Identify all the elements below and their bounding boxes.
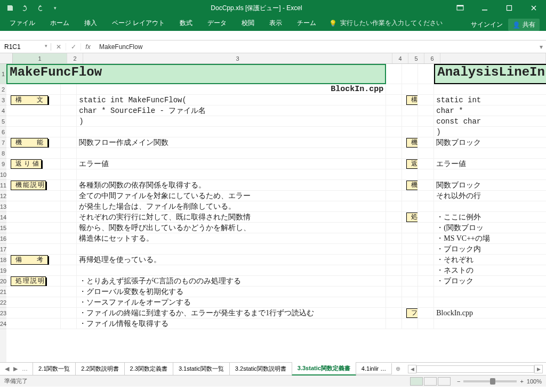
col-header-1[interactable]: 1 [13, 53, 67, 63]
row-header[interactable]: 22 [0, 297, 6, 308]
function-text-r[interactable]: 関数ブロック [434, 137, 546, 148]
syntax-line[interactable]: ) [77, 116, 386, 126]
proc-line-r[interactable]: ・それぞれ [434, 255, 546, 265]
hscroll-track[interactable] [416, 365, 534, 373]
row-header[interactable]: 19 [0, 265, 6, 276]
descfunc-line[interactable]: それぞれの実行行に対して、既に取得された関数情 [77, 212, 386, 222]
proc-line-r[interactable]: ・ブロック内 [434, 244, 546, 254]
maximize-icon[interactable] [497, 0, 521, 16]
new-sheet-icon[interactable]: ⊕ [391, 365, 405, 372]
ribbon-tab-review[interactable]: 校閲 [234, 15, 262, 31]
tab-nav-first-icon[interactable]: ◀ [3, 365, 11, 372]
func-title-right[interactable]: AnalysisLineIn [434, 64, 546, 84]
ribbon-tab-file[interactable]: ファイル [2, 15, 43, 31]
row-header[interactable]: 5 [0, 116, 6, 127]
undo-icon[interactable] [18, 2, 32, 14]
sheet-tab-active[interactable]: 3.3static関数定義書 [292, 362, 356, 375]
col-header-2[interactable]: 2 [67, 53, 83, 63]
row-header[interactable]: 4 [0, 105, 6, 116]
col-header-6[interactable]: 6 [424, 53, 440, 63]
descfunc-line[interactable]: 各種類の関数の依存関係を取得する。 [77, 180, 386, 190]
name-box[interactable]: R1C1 [0, 43, 51, 51]
row-header[interactable]: 12 [0, 191, 6, 201]
zoom-slider[interactable] [463, 380, 517, 382]
descfunc-line[interactable]: 構造体にセットする。 [77, 233, 386, 243]
row-header[interactable]: 10 [0, 169, 6, 180]
row-header[interactable]: 15 [0, 223, 6, 233]
descfunc-line-r[interactable]: それ以外の行 [434, 191, 546, 201]
row-header[interactable]: 21 [0, 287, 6, 297]
col-header-5[interactable]: 5 [408, 53, 424, 63]
proc-line-r[interactable]: ・(関数ブロッ [434, 223, 546, 233]
row-header[interactable]: 17 [0, 244, 6, 255]
ribbon-tab-data[interactable]: データ [200, 15, 234, 31]
proc-line[interactable]: ・ファイル情報を取得する [77, 318, 386, 329]
col-header-3[interactable]: 3 [83, 53, 392, 63]
fx-icon[interactable]: fx [81, 43, 95, 51]
select-all-corner[interactable] [0, 53, 13, 63]
ribbon-tab-view[interactable]: 表示 [262, 15, 290, 31]
hscroll-left-icon[interactable]: ◀ [408, 365, 416, 373]
row-header[interactable]: 16 [0, 233, 6, 244]
ribbon-tab-home[interactable]: ホーム [43, 15, 77, 31]
cancel-formula-icon[interactable]: ✕ [51, 43, 66, 51]
descfunc-line[interactable]: 全ての中間ファイルを対象にしているため、エラー [77, 191, 386, 201]
sheet-tab[interactable]: 4.1inlir … [356, 363, 392, 374]
qat-customize-icon[interactable]: ▾ [48, 2, 62, 14]
ribbon-tab-team[interactable]: チーム [290, 15, 324, 31]
close-icon[interactable] [521, 0, 546, 16]
save-icon[interactable] [3, 2, 17, 14]
share-button[interactable]: 👤 共有 [508, 19, 540, 31]
tellme-search[interactable]: 💡 実行したい作業を入力してください [324, 15, 448, 31]
row-header[interactable]: 3 [0, 95, 6, 105]
redo-icon[interactable] [33, 2, 47, 14]
func-title-left[interactable]: MakeFuncFlow [6, 64, 386, 84]
sheet-tab[interactable]: 2.1関数一覧 [33, 363, 76, 375]
tab-nav-more[interactable]: … [20, 365, 29, 372]
retval-text-r[interactable]: エラー値 [434, 159, 546, 169]
syntax-line[interactable]: static int MakeFuncFlow( [77, 95, 386, 105]
proc-line-r[interactable]: ・ここに例外 [434, 212, 546, 222]
worksheet-grid[interactable]: 1 2 3 4 5 6 7 8 9 10 11 12 13 14 15 16 1… [0, 64, 546, 362]
proc-line[interactable]: ・ソースファイルをオープンする [77, 297, 386, 307]
row-header[interactable]: 7 [0, 137, 6, 148]
ribbon-tab-pagelayout[interactable]: ページ レイアウト [105, 15, 172, 31]
zoom-in-icon[interactable]: + [520, 378, 523, 385]
row-header[interactable]: 2 [0, 84, 6, 95]
row-header[interactable]: 13 [0, 201, 6, 212]
row-header[interactable]: 6 [0, 127, 6, 137]
retval-text[interactable]: エラー値 [77, 159, 386, 169]
syntax-line[interactable]: char * SourceFile - ファイル名 [77, 105, 386, 116]
hscroll-right-icon[interactable]: ▶ [534, 365, 543, 373]
row-header[interactable]: 8 [0, 148, 6, 159]
proc-line-r[interactable]: ・ネストの [434, 265, 546, 275]
descfunc-line[interactable]: が発生した場合は、ファイルを削除している。 [77, 201, 386, 211]
row-header[interactable]: 18 [0, 255, 6, 265]
sheet-tab[interactable]: 3.2static関数説明書 [229, 363, 292, 375]
col-header-4[interactable]: 4 [392, 53, 408, 63]
row-header[interactable]: 20 [0, 276, 6, 287]
proc-line-r[interactable]: ・ブロック [434, 276, 546, 286]
ribbon-tab-insert[interactable]: 挿入 [77, 15, 105, 31]
row-header[interactable]: 11 [0, 180, 6, 191]
proc-line[interactable]: ・とりあえず拡張子がC言語のもののみ処理する [77, 276, 386, 286]
filename-cell[interactable]: BlockIn.cpp [77, 84, 386, 94]
syntax-line-r[interactable]: static int [434, 95, 546, 105]
view-normal-icon[interactable] [410, 377, 423, 386]
row-header[interactable]: 14 [0, 212, 6, 223]
minimize-icon[interactable] [472, 0, 497, 16]
tab-nav-prev-icon[interactable]: ▶ [12, 365, 19, 372]
formula-expand-icon[interactable]: ▾ [536, 43, 546, 51]
view-pagelayout-icon[interactable] [424, 377, 437, 386]
proc-line[interactable]: ・ファイルの終端に到達するか、エラーが発生するまで1行ずつ読込む [77, 308, 386, 318]
zoom-out-icon[interactable]: − [457, 378, 460, 385]
syntax-line-r[interactable]: const char [434, 116, 546, 126]
sheet-tab[interactable]: 2.2関数説明書 [75, 363, 124, 375]
formula-input[interactable]: MakeFuncFlow [95, 43, 536, 51]
enter-formula-icon[interactable]: ✓ [66, 43, 81, 51]
sheet-tab[interactable]: 2.3関数定義書 [124, 363, 173, 375]
ribbon-options-icon[interactable] [448, 0, 472, 16]
descfunc-line[interactable]: 報から、関数を呼び出しているかどうかを解析し、 [77, 223, 386, 233]
proc-line-r[interactable]: ・MS VC++の場 [434, 233, 546, 243]
cells[interactable]: MakeFuncFlow AnalysisLineIn BlockIn.cpp … [6, 64, 546, 362]
